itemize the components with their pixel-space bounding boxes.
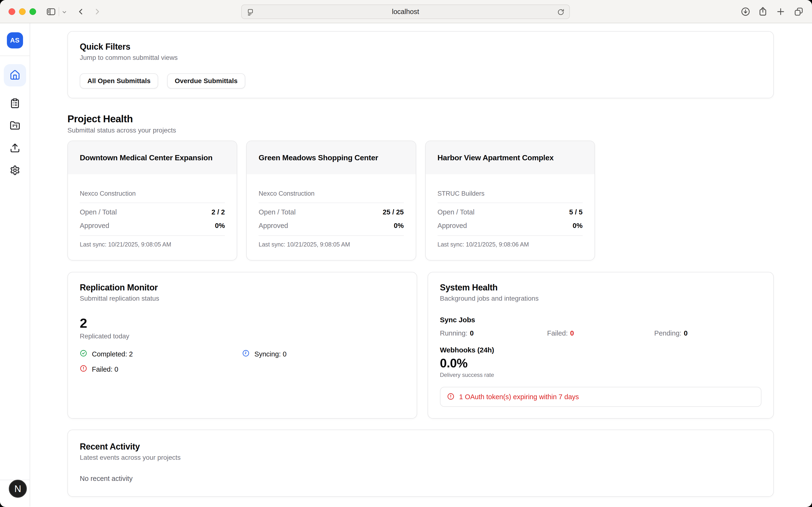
overdue-submittals-button[interactable]: Overdue Submittals — [167, 73, 245, 89]
nextjs-devtools-button[interactable]: N — [9, 480, 27, 498]
minimize-window-button[interactable] — [19, 8, 25, 15]
quick-filters-title: Quick Filters — [80, 42, 761, 52]
clock-icon — [242, 349, 249, 358]
sync-jobs-heading: Sync Jobs — [440, 316, 761, 324]
open-total-row: Open / Total 25 / 25 — [258, 208, 404, 216]
sidebar-item-projects[interactable] — [4, 121, 26, 131]
project-company: Nexco Construction — [258, 190, 404, 198]
chevron-down-icon[interactable] — [61, 9, 67, 15]
sidebar-nav — [4, 64, 26, 176]
project-title: Harbor View Apartment Complex — [438, 153, 554, 162]
system-health-title: System Health — [440, 282, 761, 292]
approved-row: Approved 0% — [80, 222, 225, 230]
toolbar-divider — [59, 7, 59, 16]
oauth-alert-text: 1 OAuth token(s) expiring within 7 days — [459, 393, 579, 401]
url-text: localhost — [392, 8, 419, 16]
project-health-heading: Project Health — [67, 113, 774, 125]
oauth-alert: 1 OAuth token(s) expiring within 7 days — [440, 387, 761, 407]
replicated-count: 2 — [80, 316, 405, 331]
project-card[interactable]: Green Meadows Shopping Center Nexco Cons… — [246, 140, 416, 261]
replication-monitor-subtitle: Submittal replication status — [80, 294, 405, 302]
approved-label: Approved — [80, 222, 109, 230]
home-icon — [9, 70, 20, 81]
project-title: Green Meadows Shopping Center — [258, 153, 378, 162]
approved-row: Approved 0% — [438, 222, 583, 230]
recent-activity-subtitle: Latest events across your projects — [80, 454, 761, 461]
pending-jobs: Pending:0 — [654, 329, 761, 337]
sidebar-item-settings[interactable] — [4, 165, 26, 176]
all-open-submittals-button[interactable]: All Open Submittals — [80, 73, 158, 89]
project-company: Nexco Construction — [80, 190, 225, 198]
replicated-caption: Replicated today — [80, 332, 405, 340]
avatar[interactable]: AS — [7, 32, 23, 48]
running-jobs: Running:0 — [440, 329, 547, 337]
syncing-status: Syncing: 0 — [242, 349, 405, 358]
project-card-header: Green Meadows Shopping Center — [247, 141, 415, 174]
approved-label: Approved — [438, 222, 467, 230]
running-label: Running: — [440, 329, 467, 337]
webhooks-heading: Webhooks (24h) — [440, 346, 761, 354]
gear-icon — [10, 165, 20, 176]
page-settings-icon[interactable] — [246, 8, 254, 16]
sidebar-divider — [0, 56, 30, 56]
zoom-window-button[interactable] — [30, 8, 36, 15]
forward-button[interactable] — [93, 7, 102, 16]
browser-window: localhost AS — [0, 0, 812, 507]
pending-value: 0 — [684, 329, 688, 337]
project-company: STRUC Builders — [438, 190, 583, 198]
failed-label: Failed: — [547, 329, 568, 337]
upload-icon — [10, 143, 20, 154]
divider — [258, 203, 404, 203]
completed-status: Completed: 2 — [80, 349, 242, 358]
sidebar-item-home[interactable] — [4, 64, 26, 87]
sidebar-item-submittals[interactable] — [4, 98, 26, 109]
close-window-button[interactable] — [8, 8, 15, 15]
reload-icon[interactable] — [557, 8, 565, 16]
back-button[interactable] — [76, 7, 85, 16]
sidebar-item-export[interactable] — [4, 143, 26, 153]
open-total-value: 2 / 2 — [212, 208, 225, 216]
address-bar[interactable]: localhost — [241, 4, 570, 19]
browser-toolbar: localhost — [0, 0, 812, 23]
divider — [438, 235, 583, 236]
project-card-body: Nexco Construction Open / Total 2 / 2 Ap… — [68, 174, 237, 248]
replication-monitor-title: Replication Monitor — [80, 282, 405, 292]
system-health-subtitle: Background jobs and integrations — [440, 294, 761, 302]
replication-status-grid: Completed: 2 Syncing: 0 Failed: 0 — [80, 349, 405, 374]
last-sync-text: Last sync: 10/21/2025, 9:08:06 AM — [438, 241, 583, 248]
project-health-subtitle: Submittal status across your projects — [67, 126, 774, 134]
app-shell: AS N — [0, 23, 812, 507]
project-card[interactable]: Harbor View Apartment Complex STRUC Buil… — [425, 140, 595, 261]
syncing-text: Syncing: 0 — [254, 350, 286, 358]
tab-overview-icon[interactable] — [794, 7, 804, 16]
open-total-value: 25 / 25 — [383, 208, 404, 216]
divider — [438, 203, 583, 203]
share-icon[interactable] — [758, 6, 768, 16]
sidebar-toggle-icon[interactable] — [46, 7, 56, 17]
project-card-header: Harbor View Apartment Complex — [426, 141, 594, 174]
open-total-label: Open / Total — [258, 208, 296, 216]
main-content: Quick Filters Jump to common submittal v… — [30, 23, 812, 507]
system-health-card: System Health Background jobs and integr… — [427, 272, 774, 419]
folder-kanban-icon — [10, 120, 20, 131]
divider — [258, 235, 404, 236]
recent-activity-card: Recent Activity Latest events across you… — [67, 430, 774, 497]
project-card-body: STRUC Builders Open / Total 5 / 5 Approv… — [426, 174, 594, 248]
completed-text: Completed: 2 — [92, 350, 133, 358]
open-total-label: Open / Total — [438, 208, 475, 216]
circle-check-icon — [80, 349, 87, 358]
new-tab-icon[interactable] — [776, 7, 786, 16]
replication-monitor-card: Replication Monitor Submittal replicatio… — [67, 272, 417, 419]
divider — [80, 235, 225, 236]
project-cards-grid: Downtown Medical Center Expansion Nexco … — [67, 140, 774, 261]
failed-value: 0 — [570, 329, 574, 337]
open-total-row: Open / Total 2 / 2 — [80, 208, 225, 216]
clipboard-list-icon — [10, 98, 20, 109]
downloads-icon[interactable] — [741, 7, 750, 16]
quick-filters-card: Quick Filters Jump to common submittal v… — [67, 31, 774, 98]
project-card-body: Nexco Construction Open / Total 25 / 25 … — [247, 174, 415, 248]
circle-alert-icon — [447, 393, 454, 401]
project-card[interactable]: Downtown Medical Center Expansion Nexco … — [67, 140, 237, 261]
circle-alert-icon — [80, 365, 87, 374]
last-sync-text: Last sync: 10/21/2025, 9:08:05 AM — [80, 241, 225, 248]
